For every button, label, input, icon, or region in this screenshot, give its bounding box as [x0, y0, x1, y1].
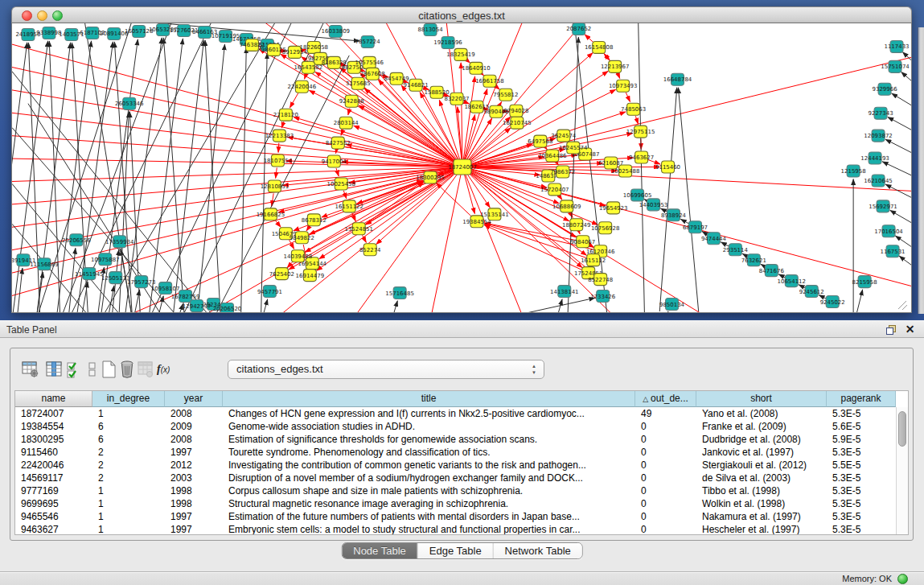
table-cell[interactable]: 2 [92, 459, 165, 472]
table-cell[interactable]: Disruption of a novel member of a sodium… [223, 472, 635, 484]
table-cell[interactable]: 1 [92, 407, 165, 420]
graph-edge[interactable] [464, 114, 475, 159]
graph-edge[interactable] [660, 208, 667, 212]
graph-edge[interactable] [149, 23, 294, 312]
graph-edge[interactable] [461, 63, 462, 160]
table-mode-icon[interactable] [21, 360, 40, 379]
column-header-title[interactable]: title [223, 391, 635, 407]
graph-edge[interactable] [436, 183, 471, 216]
column-header-pagerank[interactable]: pagerank [827, 391, 896, 407]
graph-edge[interactable] [882, 162, 911, 176]
graph-edge[interactable] [12, 43, 27, 312]
graph-edge[interactable] [885, 184, 911, 198]
graph-edge[interactable] [335, 150, 336, 153]
table-selector-dropdown[interactable]: citations_edges.txt ▲▼ [228, 360, 544, 379]
table-cell[interactable]: 2008 [165, 407, 223, 420]
graph-edge[interactable] [125, 38, 162, 312]
table-row[interactable]: 969969511998Structural magnetic resonanc… [15, 497, 896, 510]
column-header-in-degree[interactable]: in_degree [92, 391, 165, 407]
table-cell[interactable]: 22420046 [15, 459, 92, 472]
table-cell[interactable]: 1998 [165, 497, 223, 510]
graph-edge[interactable] [18, 268, 23, 312]
graph-edge[interactable] [101, 23, 277, 312]
table-cell[interactable]: 5.3E-5 [827, 407, 896, 420]
table-row[interactable]: 1872400712008Changes of HCN gene express… [15, 407, 896, 420]
select-all-rows-icon[interactable] [65, 360, 84, 379]
table-cell[interactable]: 2 [92, 446, 165, 459]
network-window[interactable]: citations_edges.txt 24189509338998140357… [11, 6, 912, 313]
table-cell[interactable]: 5.5E-5 [827, 459, 896, 472]
table-cell[interactable]: 9115460 [15, 446, 92, 459]
graph-edge[interactable] [458, 107, 462, 160]
table-cell[interactable]: 1997 [165, 523, 223, 534]
table-cell[interactable]: Hescheler et al. (1997) [696, 523, 827, 534]
table-cell[interactable]: Tibbo et al. (1998) [696, 484, 827, 497]
graph-edge[interactable] [69, 248, 76, 312]
graph-edge[interactable] [37, 43, 71, 312]
graph-edge[interactable] [799, 285, 805, 288]
graph-edge[interactable] [462, 56, 911, 167]
graph-edge[interactable] [659, 88, 676, 311]
table-cell[interactable]: 5.3E-5 [827, 484, 896, 497]
table-cell[interactable]: 19384554 [15, 420, 92, 433]
memory-status-indicator[interactable] [897, 574, 908, 584]
graph-edge[interactable] [290, 240, 294, 249]
table-cell[interactable]: 49 [635, 407, 696, 420]
table-cell[interactable]: 1997 [165, 446, 223, 459]
graph-edge[interactable] [290, 93, 298, 108]
column-header-name[interactable]: name [15, 391, 92, 407]
graph-edge[interactable] [163, 38, 184, 312]
table-cell[interactable]: 9699695 [15, 497, 92, 510]
column-header-short[interactable]: short [696, 391, 827, 407]
graph-edge[interactable] [365, 182, 424, 225]
delete-table-icon[interactable] [117, 360, 137, 379]
graph-edge[interactable] [626, 93, 630, 102]
table-cell[interactable]: 1998 [165, 484, 223, 497]
graph-edge[interactable] [888, 117, 911, 130]
graph-edge[interactable] [468, 128, 511, 163]
float-panel-icon[interactable] [885, 324, 897, 336]
graph-edge[interactable] [892, 93, 911, 106]
table-cell[interactable]: Structural magnetic resonance image aver… [223, 497, 635, 510]
table-cell[interactable]: 1 [92, 497, 165, 510]
table-cell[interactable]: Tourette syndrome. Phenomenology and cla… [223, 446, 635, 459]
graph-edge[interactable] [12, 110, 462, 167]
table-cell[interactable]: 5.3E-5 [827, 523, 896, 534]
table-cell[interactable]: 0 [635, 433, 696, 446]
table-cell[interactable]: 18300295 [15, 433, 92, 446]
close-panel-icon[interactable]: ✕ [904, 323, 916, 336]
graph-edge[interactable] [819, 295, 826, 299]
function-builder-icon[interactable]: f(x) [157, 362, 181, 381]
graph-edge[interactable] [294, 117, 455, 165]
resize-grip[interactable] [898, 301, 907, 310]
table-cell[interactable]: Dudbridge et al. (2008) [696, 433, 827, 446]
graph-edge[interactable] [618, 73, 620, 78]
graph-edge[interactable] [721, 242, 729, 246]
table-row[interactable]: 1938455462009Genome-wide association stu… [15, 420, 896, 433]
table-cell[interactable]: 6 [92, 433, 165, 446]
table-cell[interactable]: 18724007 [15, 407, 92, 420]
graph-edge[interactable] [585, 35, 593, 43]
table-cell[interactable]: 5.3E-5 [827, 446, 896, 459]
table-row[interactable]: 946362711997Embryonic stem cells: a mode… [15, 523, 896, 534]
table-cell[interactable]: 0 [635, 459, 696, 472]
graph-edge[interactable] [678, 88, 698, 311]
table-cell[interactable]: Wolkin et al. (1998) [696, 497, 827, 510]
table-cell[interactable]: Yano et al. (2008) [696, 407, 827, 420]
table-cell[interactable]: 6 [92, 420, 165, 433]
graph-edge[interactable] [278, 143, 279, 153]
table-cell[interactable]: Genome-wide association studies in ADHD. [223, 420, 635, 433]
graph-edge[interactable] [856, 290, 862, 312]
column-header-out-degree[interactable]: △out_de... [635, 391, 696, 407]
graph-edge[interactable] [135, 290, 140, 312]
table-cell[interactable]: 1997 [165, 510, 223, 523]
graph-edge[interactable] [890, 210, 911, 223]
table-cell[interactable]: Stergiakouli et al. (2012) [696, 459, 827, 472]
column-header-year[interactable]: year [165, 391, 223, 407]
table-cell[interactable]: 2008 [165, 433, 223, 446]
graph-edge[interactable] [264, 299, 268, 312]
table-cell[interactable]: Corpus callosum shape and size in male p… [223, 484, 635, 497]
graph-edge[interactable] [261, 53, 268, 312]
graph-edge[interactable] [604, 54, 610, 61]
table-row[interactable]: 2242004622012Investigating the contribut… [15, 459, 896, 472]
